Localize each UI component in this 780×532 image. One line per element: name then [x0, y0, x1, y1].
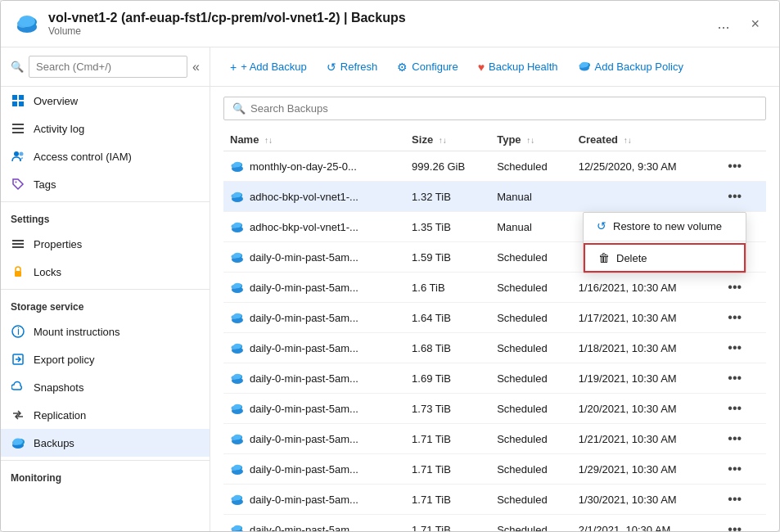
ellipsis-button[interactable]: ... — [712, 14, 734, 34]
svg-point-13 — [16, 182, 17, 183]
more-button[interactable]: ••• — [721, 490, 748, 508]
row-cloud-icon — [230, 462, 245, 476]
more-button[interactable]: ••• — [721, 309, 748, 327]
cell-name: monthly-on-day-25-0... — [223, 151, 405, 182]
refresh-button[interactable]: ↺ Refresh — [320, 57, 385, 77]
svg-rect-14 — [12, 240, 24, 241]
table-row: daily-0-min-past-5am... 1.71 TiB Schedul… — [223, 424, 766, 454]
row-cloud-icon — [230, 371, 245, 385]
svg-rect-15 — [12, 243, 24, 245]
row-cloud-icon — [230, 189, 245, 204]
svg-rect-17 — [15, 271, 21, 277]
collapse-button[interactable]: « — [192, 60, 200, 74]
search-icon: 🔍 — [11, 61, 24, 73]
add-backup-policy-button[interactable]: Add Backup Policy — [571, 56, 690, 78]
cell-name: adhoc-bkp-vol-vnet1-... — [223, 182, 405, 212]
cell-more: ••• — [715, 454, 766, 485]
sidebar-item-activity[interactable]: Activity log — [1, 115, 210, 142]
title-bar: vol-vnet1-2 (anf-euap-fst1/cp-prem/vol-v… — [1, 1, 779, 47]
cell-type: Scheduled — [490, 454, 571, 485]
cell-created: 1/30/2021, 10:30 AM — [572, 485, 715, 515]
svg-point-24 — [13, 439, 23, 445]
cell-name: daily-0-min-past-5am... — [223, 273, 405, 303]
sort-name-icon[interactable]: ↑↓ — [264, 136, 273, 145]
table-row: monthly-on-day-25-0... 999.26 GiB Schedu… — [223, 151, 766, 182]
cell-type: Scheduled — [490, 394, 571, 424]
row-cloud-icon — [230, 310, 245, 325]
tag-icon — [11, 177, 25, 192]
more-button[interactable]: ••• — [721, 399, 748, 417]
more-button[interactable]: ••• — [721, 278, 748, 296]
row-cloud-icon — [230, 401, 245, 416]
more-button[interactable]: ••• — [721, 339, 748, 357]
sidebar-label-mount: Mount instructions — [34, 326, 120, 338]
cell-size: 1.6 TiB — [405, 273, 490, 303]
restore-menu-item[interactable]: ↺ Restore to new volume — [584, 213, 746, 239]
search-box: 🔍 « — [1, 47, 210, 87]
cell-more: ••• — [715, 151, 766, 182]
table-row: daily-0-min-past-5am... 1.71 TiB Schedul… — [223, 485, 766, 515]
sidebar-item-overview[interactable]: Overview — [1, 87, 210, 115]
more-button[interactable]: ••• — [721, 460, 748, 478]
more-button[interactable]: ••• — [721, 521, 748, 531]
close-button[interactable]: × — [744, 14, 766, 34]
sidebar-item-export[interactable]: Export policy — [1, 345, 210, 373]
sidebar-item-replication[interactable]: Replication — [1, 401, 210, 429]
configure-button[interactable]: ⚙ Configure — [390, 57, 464, 77]
search-backups-input[interactable] — [250, 102, 757, 115]
sort-type-icon[interactable]: ↑↓ — [526, 136, 534, 145]
search-backups-box: 🔍 — [223, 97, 766, 120]
svg-rect-8 — [12, 124, 24, 125]
backup-health-button[interactable]: ♥ Backup Health — [471, 57, 565, 77]
cell-name: daily-0-min-past-5am... — [223, 424, 405, 454]
people-icon — [11, 149, 25, 164]
row-cloud-icon — [230, 522, 245, 531]
more-button[interactable]: ••• — [721, 369, 748, 387]
sort-created-icon[interactable]: ↑↓ — [624, 136, 632, 145]
cloud-snap-icon — [11, 380, 25, 394]
add-backup-button[interactable]: + + Add Backup — [223, 57, 313, 77]
cell-created: 1/20/2021, 10:30 AM — [572, 394, 715, 424]
row-cloud-icon — [230, 159, 245, 174]
sidebar-item-properties[interactable]: Properties — [1, 230, 210, 258]
search-input[interactable] — [29, 56, 187, 78]
sidebar-item-snapshots[interactable]: Snapshots — [1, 373, 210, 401]
table-row: daily-0-min-past-5am... 1.64 TiB Schedul… — [223, 303, 766, 333]
svg-rect-16 — [12, 246, 24, 248]
sidebar-item-tags[interactable]: Tags — [1, 170, 210, 198]
sidebar-item-iam[interactable]: Access control (IAM) — [1, 142, 210, 170]
sidebar-label-iam: Access control (IAM) — [34, 151, 132, 163]
cell-more: ••• — [715, 273, 766, 303]
cell-created: 1/29/2021, 10:30 AM — [572, 454, 715, 485]
more-button[interactable]: ••• — [721, 187, 748, 205]
sort-size-icon[interactable]: ↑↓ — [439, 136, 447, 145]
cell-type: Scheduled — [490, 424, 571, 454]
row-cloud-icon — [230, 280, 245, 295]
cell-name: daily-0-min-past-5am... — [223, 303, 405, 333]
backups-table: Name ↑↓ Size ↑↓ Type ↑↓ — [223, 128, 766, 531]
svg-point-12 — [20, 152, 24, 156]
search-backups-icon: 🔍 — [232, 102, 246, 115]
cell-name: adhoc-bkp-vol-vnet1-... — [223, 212, 405, 242]
svg-point-72 — [233, 465, 241, 470]
sidebar-label-export: Export policy — [34, 354, 94, 366]
more-button[interactable]: ••• — [721, 430, 748, 448]
plus-icon: + — [230, 61, 237, 74]
svg-point-64 — [233, 404, 241, 409]
cell-created: 1/17/2021, 10:30 AM — [572, 303, 715, 333]
grid-icon — [11, 93, 25, 108]
svg-point-32 — [233, 162, 241, 167]
more-button[interactable]: ••• — [721, 157, 748, 175]
cloud-policy-icon — [578, 59, 591, 74]
delete-menu-item[interactable]: 🗑 Delete — [584, 243, 746, 273]
cell-type: Manual — [490, 212, 571, 242]
sidebar-item-mount[interactable]: i Mount instructions — [1, 318, 210, 345]
col-header-name: Name ↑↓ — [223, 128, 405, 151]
cell-type: Scheduled — [490, 333, 571, 363]
export-icon — [11, 352, 25, 367]
sidebar: 🔍 « Overview Activity log Ac — [1, 47, 210, 531]
sidebar-item-locks[interactable]: Locks — [1, 258, 210, 286]
cell-size: 999.26 GiB — [405, 151, 490, 182]
sidebar-item-backups[interactable]: Backups — [1, 429, 210, 457]
gear-icon: ⚙ — [397, 61, 408, 74]
